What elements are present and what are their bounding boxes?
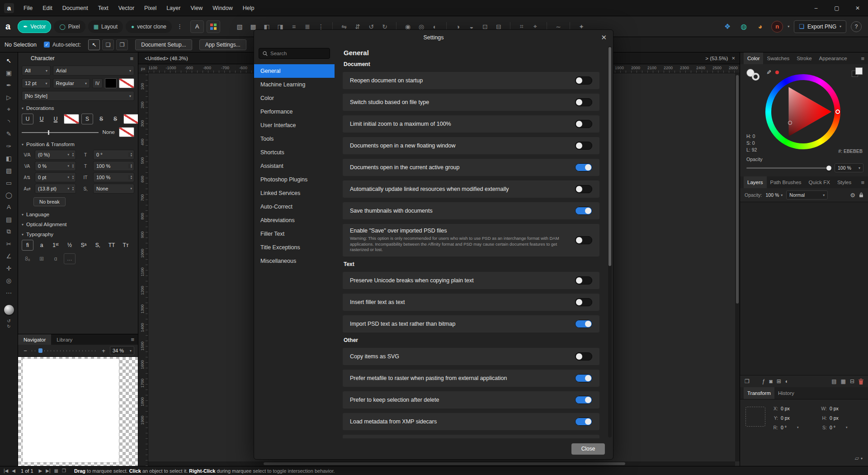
menu-edit[interactable]: Edit	[38, 0, 57, 16]
layers-list[interactable]	[740, 202, 868, 375]
transparency-tool-icon[interactable]: ▨	[2, 164, 16, 176]
zoom-slider-thumb[interactable]	[38, 348, 42, 353]
point-transform-tool-icon[interactable]: ⌖	[2, 103, 16, 115]
tab-layers[interactable]: Layers	[744, 176, 767, 188]
toggle-prefer-metafile-to-raster-when-pasting-from-external-application[interactable]	[575, 374, 592, 382]
toggle-preserve-unicode-breaks-when-copying-plain-text[interactable]	[575, 276, 592, 285]
no-break-button[interactable]: No break	[33, 197, 66, 206]
delete-layer-icon[interactable]	[859, 379, 863, 385]
language-section-header[interactable]: ▾ Language	[22, 212, 134, 217]
shear-control[interactable]: ▱ ▾	[855, 455, 863, 461]
superscript-button[interactable]: Sᵃ	[78, 240, 90, 251]
lock-icon[interactable]	[859, 192, 863, 198]
menu-text[interactable]: Text	[93, 0, 113, 16]
fractions-button[interactable]: ½	[64, 240, 75, 251]
menu-document[interactable]: Document	[57, 0, 93, 16]
toggle-load-metadata-from-xmp-sidecars[interactable]	[575, 418, 592, 426]
char-input[interactable]: (13.8 pt)▾▴▾	[35, 184, 76, 194]
char-input[interactable]: (0 %)▾▴▾	[35, 150, 76, 160]
color-wheel[interactable]	[765, 74, 840, 149]
decoration-color-swatch[interactable]	[119, 127, 134, 137]
ligatures-button[interactable]: fi	[22, 240, 33, 251]
char-input[interactable]: 0 pt▾▴▾	[35, 172, 76, 182]
rectangle-tool-icon[interactable]: ▭	[2, 176, 16, 189]
more-options-icon[interactable]: ⋮	[175, 23, 185, 30]
color-selector[interactable]	[788, 121, 792, 125]
position-transform-section-header[interactable]: ▾ Position & Transform	[22, 142, 134, 147]
undo-icon[interactable]: ↺	[7, 318, 10, 323]
settings-nav-machine-learning[interactable]: Machine Learning	[254, 78, 335, 91]
auto-select-checkbox[interactable]: ✓	[44, 42, 50, 48]
move-tool-icon[interactable]: ↖	[2, 54, 16, 66]
app-logo-icon[interactable]: a	[4, 3, 14, 13]
opacity-slider[interactable]	[746, 167, 830, 169]
opacity-slider-thumb[interactable]	[826, 166, 831, 171]
duplicate-layer-icon[interactable]: ❐	[745, 378, 750, 385]
ellipse-tool-icon[interactable]: ◯	[2, 189, 16, 201]
field-value[interactable]: 0 px	[830, 415, 843, 421]
font-style-select[interactable]: Regular ▾	[53, 78, 90, 88]
document-tab-partial[interactable]: > (53.5%) ×	[705, 55, 740, 62]
stepper-control[interactable]: ▴▾	[129, 175, 132, 180]
stroke-swatch[interactable]	[752, 73, 760, 81]
tab-quick-fx[interactable]: Quick FX	[805, 176, 834, 188]
zoom-value-select[interactable]: 34 % ▾	[110, 346, 134, 355]
text-style-select[interactable]: [No Style] ▾	[22, 91, 134, 101]
spread-view-icon[interactable]: ❐	[62, 468, 66, 473]
measure-tool-icon[interactable]: ∠	[2, 250, 16, 262]
node-tool-icon[interactable]: ▷	[2, 91, 16, 103]
transform-origin-selector[interactable]	[745, 407, 765, 427]
toggle-automatically-update-linked-resources-when-modified-externally[interactable]	[575, 185, 592, 193]
toggle-prefer-to-keep-selection-after-delete[interactable]	[575, 396, 592, 404]
panel-menu-icon[interactable]: ≡	[861, 55, 864, 62]
more-tools-icon[interactable]: ⋯	[2, 286, 16, 299]
underline-color-swatch[interactable]	[64, 114, 79, 124]
toggle-copy-items-as-svg[interactable]	[575, 352, 592, 361]
zoom-tool-icon[interactable]: ◎	[2, 274, 16, 286]
tab-library[interactable]: Library	[51, 334, 78, 345]
menu-window[interactable]: Window	[208, 0, 237, 16]
toggle-import-psd-text-as-text-rather-than-bitmap[interactable]	[575, 320, 592, 328]
knife-tool-icon[interactable]: ✂	[2, 238, 16, 250]
tab-path-brushes[interactable]: Path Brushes	[767, 176, 805, 188]
settings-nav-linked-services[interactable]: Linked Services	[254, 186, 335, 200]
scrollbar-thumb[interactable]	[736, 75, 739, 304]
tab-transform[interactable]: Transform	[744, 387, 774, 399]
layer-opacity-select[interactable]: 100 % ▾	[766, 192, 783, 198]
menu-view[interactable]: View	[185, 0, 208, 16]
fill-tool-icon[interactable]: ◧	[2, 152, 16, 164]
zoom-slider[interactable]	[32, 348, 97, 353]
tab-stroke[interactable]: Stroke	[793, 52, 815, 64]
settings-nav-shortcuts[interactable]: Shortcuts	[254, 146, 335, 159]
export-png-button[interactable]: ❏ Export PNG ▾	[794, 20, 846, 33]
persona-pixel[interactable]: ◯Pixel	[54, 20, 85, 33]
minimize-button[interactable]: –	[806, 0, 826, 16]
maximize-button[interactable]: ▢	[826, 0, 847, 16]
text-color-swatch[interactable]	[105, 78, 117, 88]
toggle-reopen-document-on-startup[interactable]	[575, 76, 592, 85]
close-button[interactable]: ✕	[847, 0, 868, 16]
blend-mode-select[interactable]: Normal ▾	[786, 190, 828, 200]
pencil-tool-icon[interactable]: ✎	[2, 128, 16, 140]
dialog-scrollbar[interactable]	[608, 46, 612, 437]
scrollbar-thumb[interactable]	[264, 462, 625, 465]
typography-section-header[interactable]: ▾ Typography	[22, 232, 134, 237]
field-value[interactable]: 0 px	[781, 415, 794, 421]
double-underline-button[interactable]: U	[50, 114, 61, 124]
highlight-color-swatch[interactable]	[119, 78, 134, 88]
panel-menu-icon[interactable]: ≡	[131, 336, 134, 343]
stroke-width-slider[interactable]	[22, 129, 99, 135]
field-value[interactable]: 0 px	[781, 406, 794, 411]
hand-tool-icon[interactable]: ✛	[2, 262, 16, 274]
settings-nav-performance[interactable]: Performance	[254, 105, 335, 119]
prev-page-icon[interactable]: ◀	[12, 468, 15, 473]
toggle-documents-open-in-a-new-floating-window[interactable]	[575, 142, 592, 150]
trackball-widget[interactable]	[4, 305, 14, 315]
toggle-switch-studio-based-on-file-type[interactable]	[575, 98, 592, 106]
alternates-button[interactable]: a	[36, 240, 47, 251]
tab-color[interactable]: Color	[744, 52, 763, 64]
persona-vector[interactable]: ✒Vector	[18, 20, 51, 33]
scrollbar-thumb[interactable]	[609, 47, 611, 266]
settings-nav-photoshop-plugins[interactable]: Photoshop Plugins	[254, 173, 335, 186]
settings-nav-filler-text[interactable]: Filler Text	[254, 227, 335, 241]
